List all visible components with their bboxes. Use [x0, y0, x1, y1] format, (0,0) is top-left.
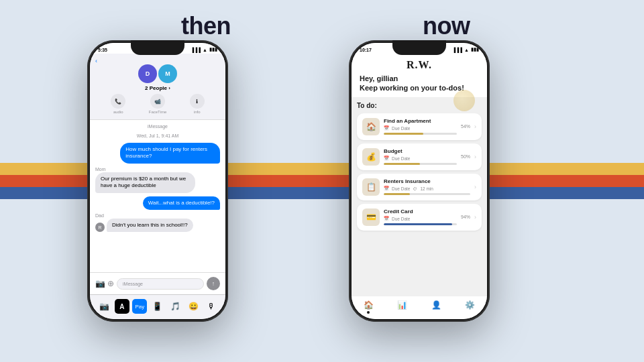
imessage-header: ‹ D M 2 People › 📞 audio 📹 FaceTime — [90, 54, 225, 120]
screen-now: 10:17 ▐▐▐ ▲ ▮▮▮ R.W. Hey, gillian Keep w… — [352, 43, 487, 319]
todo-card-insurance[interactable]: 📋 Renters Insurance 📅 Due Date ⏱ 12 min — [357, 174, 482, 200]
bubble-out-2: Wait...what is a deductible!? — [143, 196, 220, 210]
message-row-1: How much should I pay for renters insura… — [95, 143, 220, 164]
camera-icon[interactable]: 📷 — [95, 279, 105, 288]
nav-dot — [367, 311, 370, 314]
creditcard-chevron: › — [474, 214, 476, 221]
app-header: R.W. Hey, gillian Keep working on your t… — [352, 54, 487, 98]
nav-charts[interactable]: 📊 — [397, 300, 407, 314]
nav-settings[interactable]: ⚙️ — [465, 300, 475, 314]
label-then: then — [181, 12, 231, 40]
message-actions: 📞 audio 📹 FaceTime ℹ info — [95, 91, 220, 117]
budget-chevron: › — [474, 154, 476, 160]
todo-card-apartment[interactable]: 🏠 Find an Apartment 📅 Due Date 54% › — [357, 113, 482, 140]
label-now: now — [423, 12, 470, 40]
coin-decoration — [453, 90, 475, 111]
messages-list: iMessage Wed, Jul 1, 9:41 AM How much sh… — [90, 120, 225, 272]
bubble-in-2: Didn't you learn this in school!!? — [107, 219, 193, 232]
budget-content: Budget 📅 Due Date — [384, 148, 457, 165]
nav-profile[interactable]: 👤 — [431, 300, 441, 314]
insurance-icon: 📋 — [362, 178, 380, 196]
insurance-progress-fill — [384, 193, 410, 195]
insurance-progress-bar — [384, 193, 470, 195]
app-dock: 📷 A Pay 📱 🎵 😀 🎙 — [90, 294, 225, 319]
status-icons-then: ▐▐▐ ▲ ▮▮▮ — [191, 47, 217, 52]
screen-then: 5:35 ▐▐▐ ▲ ▮▮▮ ‹ D M 2 People › 📞 — [90, 43, 225, 319]
app-logo: R.W. — [360, 59, 479, 71]
apartment-content: Find an Apartment 📅 Due Date — [384, 118, 457, 135]
input-icons: 📷 ⊕ — [95, 279, 114, 288]
facetime-label: FaceTime — [149, 110, 166, 114]
imessage-screen: 5:35 ▐▐▐ ▲ ▮▮▮ ‹ D M 2 People › 📞 — [90, 43, 225, 319]
avatar-d: D — [138, 64, 157, 83]
dock-camera[interactable]: 📷 — [97, 299, 111, 314]
creditcard-content: Credit Card 📅 Due Date — [384, 208, 457, 225]
facetime-icon: 📹 — [150, 94, 165, 109]
apartment-progress-bar — [384, 133, 457, 135]
bubble-out-1: How much should I pay for renters insura… — [120, 143, 220, 164]
dock-appstore[interactable]: A — [115, 299, 129, 314]
people-label[interactable]: 2 People › — [95, 85, 220, 91]
insurance-meta: 📅 Due Date ⏱ 12 min — [384, 186, 470, 191]
phone-now: 10:17 ▐▐▐ ▲ ▮▮▮ R.W. Hey, gillian Keep w… — [349, 40, 490, 322]
dock-pay[interactable]: Pay — [132, 299, 147, 314]
creditcard-title: Credit Card — [384, 208, 457, 215]
budget-progress-bar — [384, 163, 457, 165]
todo-card-creditcard[interactable]: 💳 Credit Card 📅 Due Date 94% › — [357, 204, 482, 231]
apartment-progress-fill — [384, 133, 423, 135]
creditcard-progress-bar — [384, 223, 457, 225]
status-time-now: 10:17 — [360, 48, 372, 52]
budget-pct: 50% — [461, 154, 470, 159]
audio-icon: 📞 — [111, 94, 125, 109]
date-label: Wed, Jul 1, 9:41 AM — [95, 133, 220, 138]
app-greeting: Hey, gillian — [360, 74, 479, 83]
budget-icon: 💰 — [362, 148, 380, 166]
apartment-title: Find an Apartment — [384, 118, 457, 124]
insurance-title: Renters Insurance — [384, 178, 470, 184]
avatar-r: R — [95, 223, 105, 232]
creditcard-pct: 94% — [461, 215, 470, 219]
apps-icon[interactable]: ⊕ — [107, 279, 114, 288]
todo-card-budget[interactable]: 💰 Budget 📅 Due Date 50% › — [357, 143, 482, 170]
imessage-label: iMessage — [95, 124, 220, 129]
apartment-chevron: › — [474, 123, 476, 130]
app-screen: 10:17 ▐▐▐ ▲ ▮▮▮ R.W. Hey, gillian Keep w… — [352, 43, 487, 319]
dock-phone[interactable]: 📱 — [150, 299, 165, 314]
creditcard-icon: 💳 — [362, 208, 380, 226]
phone-then: 5:35 ▐▐▐ ▲ ▮▮▮ ‹ D M 2 People › 📞 — [87, 40, 228, 322]
sender-dad: Dad R Didn't you learn this in school!!? — [95, 213, 220, 232]
creditcard-meta: 📅 Due Date — [384, 216, 457, 221]
sender-mom: Mom Our premium is $20 a month but we ha… — [95, 167, 220, 193]
avatar-m: M — [158, 64, 177, 83]
creditcard-progress-fill — [384, 223, 452, 225]
budget-title: Budget — [384, 148, 457, 154]
dock-extra[interactable]: 🎙 — [204, 299, 219, 314]
action-audio[interactable]: 📞 audio — [111, 94, 125, 114]
audio-label: audio — [113, 110, 123, 114]
insurance-content: Renters Insurance 📅 Due Date ⏱ 12 min — [384, 178, 470, 195]
action-info[interactable]: ℹ info — [190, 94, 205, 114]
dock-music[interactable]: 🎵 — [168, 299, 183, 314]
action-facetime[interactable]: 📹 FaceTime — [149, 94, 166, 114]
insurance-chevron: › — [474, 184, 476, 190]
apartment-pct: 54% — [461, 124, 470, 129]
notch-now — [392, 40, 446, 55]
apartment-meta: 📅 Due Date — [384, 125, 457, 131]
notch-then — [131, 40, 184, 55]
back-button[interactable]: ‹ — [95, 58, 220, 64]
avatar-group: D M — [95, 64, 220, 83]
input-bar: 📷 ⊕ iMessage ↑ — [90, 272, 225, 294]
info-icon: ℹ — [190, 94, 205, 109]
status-time-then: 5:35 — [98, 48, 107, 52]
dock-emoji[interactable]: 😀 — [186, 299, 201, 314]
send-button[interactable]: ↑ — [207, 277, 220, 290]
bubble-in-1: Our premium is $20 a month but we have a… — [95, 172, 195, 193]
info-label: info — [194, 110, 201, 114]
status-icons-now: ▐▐▐ ▲ ▮▮▮ — [452, 47, 479, 52]
message-input[interactable]: iMessage — [117, 278, 204, 290]
apartment-icon: 🏠 — [362, 118, 380, 135]
bottom-nav: 🏠 📊 👤 ⚙️ — [352, 296, 487, 319]
message-row-2: Wait...what is a deductible!? — [95, 196, 220, 210]
nav-home[interactable]: 🏠 — [364, 300, 374, 314]
app-content: To do: 🏠 Find an Apartment 📅 Due Date — [352, 98, 487, 296]
